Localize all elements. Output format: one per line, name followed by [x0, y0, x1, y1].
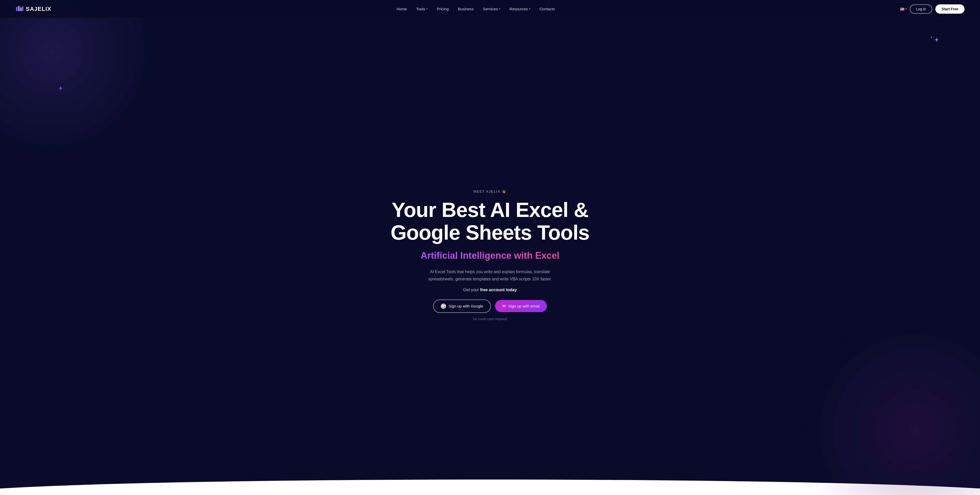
navbar: SAJELIX Home Tools ▾ Pricing Business Se… [0, 0, 980, 18]
login-button[interactable]: Log in [910, 5, 932, 14]
language-selector[interactable]: 🇺🇸 ▾ [900, 7, 907, 11]
google-btn-label: Sign up with Google [449, 304, 483, 308]
nav-link-pricing[interactable]: Pricing [437, 7, 449, 11]
start-free-button[interactable]: Start Free [935, 5, 964, 14]
svg-rect-2 [20, 8, 22, 11]
chevron-down-icon: ▾ [499, 8, 500, 10]
chevron-down-icon: ▾ [426, 8, 428, 10]
nav-item-contacts[interactable]: Contacts [540, 7, 555, 11]
flag-emoji: 🇺🇸 [900, 7, 904, 11]
hero-title-line2: Google Sheets Tools [390, 221, 590, 244]
nav-links: Home Tools ▾ Pricing Business Services ▾… [396, 7, 555, 11]
nav-item-home[interactable]: Home [396, 7, 407, 11]
nav-link-services[interactable]: Services ▾ [483, 7, 500, 11]
hero-title-line1: Your Best AI Excel & [391, 198, 588, 221]
hero-section: MEET AJELIX 👋 Your Best AI Excel & Googl… [0, 0, 980, 495]
google-signup-button[interactable]: Sign up with Google [433, 300, 491, 313]
nav-link-resources[interactable]: Resources ▾ [509, 7, 530, 11]
no-credit-card-text: No credit card required [473, 317, 507, 321]
nav-link-business[interactable]: Business [458, 7, 474, 11]
logo[interactable]: SAJELIX [16, 5, 51, 13]
svg-rect-1 [18, 6, 20, 11]
sparkle-decoration-left [57, 85, 65, 94]
svg-rect-0 [16, 7, 18, 11]
google-icon [441, 304, 446, 309]
hero-title: Your Best AI Excel & Google Sheets Tools [390, 198, 590, 244]
logo-text: SAJELIX [26, 6, 51, 13]
nav-item-resources[interactable]: Resources ▾ [509, 7, 530, 11]
hero-subtitle: Artificial Intelligence with Excel [420, 250, 559, 261]
nav-actions: 🇺🇸 ▾ Log in Start Free [900, 5, 964, 14]
sparkle-decoration-top-right [928, 36, 939, 47]
hero-description: AI Excel Tools that helps you write and … [418, 268, 562, 282]
cta-buttons: Sign up with Google ✉ Sign up with email [433, 300, 547, 313]
nav-link-tools[interactable]: Tools ▾ [416, 7, 428, 11]
chevron-down-icon: ▾ [529, 8, 530, 10]
logo-icon [16, 5, 24, 13]
chevron-down-icon: ▾ [905, 8, 907, 10]
nav-item-business[interactable]: Business [458, 7, 474, 11]
meet-badge: MEET AJELIX 👋 [474, 190, 507, 194]
nav-link-contacts[interactable]: Contacts [540, 7, 555, 11]
email-signup-button[interactable]: ✉ Sign up with email [495, 300, 547, 312]
free-account-text: Get your free account today [463, 288, 517, 292]
nav-link-home[interactable]: Home [396, 7, 407, 11]
free-account-prefix: Get your [463, 288, 480, 292]
email-btn-label: Sign up with email [508, 304, 540, 308]
free-account-bold: free account today [480, 288, 517, 292]
meet-badge-text: MEET AJELIX 👋 [474, 190, 507, 194]
nav-item-tools[interactable]: Tools ▾ [416, 7, 428, 11]
email-icon: ✉ [502, 304, 506, 308]
nav-item-pricing[interactable]: Pricing [437, 7, 449, 11]
svg-rect-3 [22, 6, 23, 11]
nav-item-services[interactable]: Services ▾ [483, 7, 500, 11]
